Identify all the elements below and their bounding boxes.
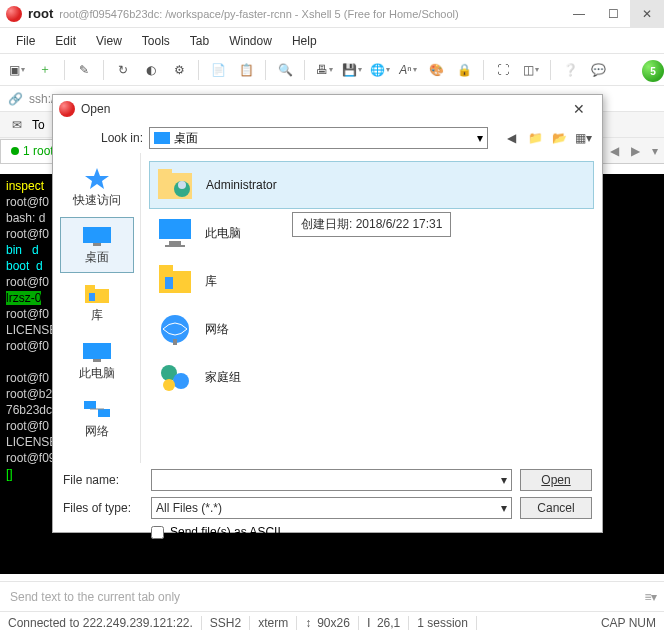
svg-rect-7 <box>93 359 101 362</box>
copy-icon[interactable]: 📄 <box>205 57 231 83</box>
properties-icon[interactable]: ⚙ <box>166 57 192 83</box>
desktop-icon <box>154 132 170 144</box>
place-desktop[interactable]: 桌面 <box>60 217 134 273</box>
lookin-value: 桌面 <box>174 130 198 147</box>
globe-icon[interactable]: 🌐▾ <box>367 57 393 83</box>
color-icon[interactable]: 🎨 <box>423 57 449 83</box>
send-input-placeholder: Send text to the current tab only <box>0 590 638 604</box>
status-term: xterm <box>258 616 288 630</box>
compose-icon[interactable]: ✉ <box>4 112 30 138</box>
place-this-pc[interactable]: 此电脑 <box>60 333 134 389</box>
status-connected: Connected to 222.249.239.121:22. <box>8 616 193 630</box>
app-title: root <box>28 6 53 21</box>
fullscreen-icon[interactable]: ⛶ <box>490 57 516 83</box>
session-orb-icon[interactable]: 5 <box>642 60 664 82</box>
svg-rect-9 <box>98 409 110 417</box>
find-icon[interactable]: 🔍 <box>272 57 298 83</box>
send-ascii-checkbox[interactable]: Send file(s) as ASCII <box>151 525 592 539</box>
place-quick-access[interactable]: 快速访问 <box>60 159 134 215</box>
menu-help[interactable]: Help <box>284 30 325 52</box>
svg-rect-3 <box>85 289 109 303</box>
file-item-homegroup[interactable]: 家庭组 <box>149 353 594 401</box>
chevron-down-icon: ▾ <box>477 131 483 145</box>
svg-rect-4 <box>85 285 95 291</box>
chat-icon[interactable]: 💬 <box>585 57 611 83</box>
menu-view[interactable]: View <box>88 30 130 52</box>
svg-rect-17 <box>165 245 185 247</box>
lookin-label: Look in: <box>63 131 143 145</box>
file-item-label: 此电脑 <box>205 225 241 242</box>
send-input-bar[interactable]: Send text to the current tab only ≡▾ <box>0 581 664 611</box>
status-size-icon: ↕ <box>305 616 311 630</box>
lock-icon[interactable]: 🔒 <box>451 57 477 83</box>
tab-next-button[interactable]: ▶ <box>625 144 646 158</box>
file-item-libraries[interactable]: 库 <box>149 257 594 305</box>
tab-status-icon <box>11 147 19 155</box>
user-folder-icon <box>156 165 196 205</box>
dialog-app-icon <box>59 101 75 117</box>
file-item-network[interactable]: 网络 <box>149 305 594 353</box>
layout-icon[interactable]: ◫▾ <box>518 57 544 83</box>
menu-window[interactable]: Window <box>221 30 280 52</box>
help-icon[interactable]: ❔ <box>557 57 583 83</box>
add-icon[interactable]: ＋ <box>32 57 58 83</box>
font-icon[interactable]: Aⁿ▾ <box>395 57 421 83</box>
new-folder-icon[interactable]: 📂 <box>550 129 568 147</box>
tab-prev-button[interactable]: ◀ <box>604 144 625 158</box>
compose-label: To <box>32 118 45 132</box>
reconnect-icon[interactable]: ↻ <box>110 57 136 83</box>
homegroup-big-icon <box>155 357 195 397</box>
status-pos-icon: Ⅰ <box>367 616 371 630</box>
svg-point-25 <box>163 379 175 391</box>
chevron-down-icon: ▾ <box>501 473 507 487</box>
menu-file[interactable]: File <box>8 30 43 52</box>
dialog-titlebar: Open ✕ <box>53 95 602 123</box>
menu-tab[interactable]: Tab <box>182 30 217 52</box>
open-dialog: Open ✕ Look in: 桌面 ▾ ◀ 📁 📂 ▦▾ 快速访问 桌面 <box>52 94 603 533</box>
status-pos: 26,1 <box>377 616 400 630</box>
tooltip: 创建日期: 2018/6/22 17:31 <box>292 212 451 237</box>
open-button[interactable]: Open <box>520 469 592 491</box>
paste-icon[interactable]: 📋 <box>233 57 259 83</box>
status-caps: CAP NUM <box>601 616 656 630</box>
app-icon <box>6 6 22 22</box>
disconnect-icon[interactable]: ◐ <box>138 57 164 83</box>
cancel-button[interactable]: Cancel <box>520 497 592 519</box>
svg-rect-8 <box>84 401 96 409</box>
svg-point-21 <box>161 315 189 343</box>
file-item-label: 库 <box>205 273 217 290</box>
file-item-administrator[interactable]: Administrator <box>149 161 594 209</box>
svg-rect-18 <box>159 271 191 293</box>
back-icon[interactable]: ◀ <box>502 129 520 147</box>
send-ascii-input[interactable] <box>151 526 164 539</box>
filename-label: File name: <box>63 473 143 487</box>
close-button[interactable]: ✕ <box>630 0 664 28</box>
menu-edit[interactable]: Edit <box>47 30 84 52</box>
maximize-button[interactable]: ☐ <box>596 0 630 28</box>
filename-input[interactable]: ▾ <box>151 469 512 491</box>
new-session-icon[interactable]: ▣▾ <box>4 57 30 83</box>
tab-menu-button[interactable]: ▾ <box>646 144 664 158</box>
filetype-select[interactable]: All Files (*.*)▾ <box>151 497 512 519</box>
toolbar: ▣▾ ＋ ✎ ↻ ◐ ⚙ 📄 📋 🔍 🖶▾ 💾▾ 🌐▾ Aⁿ▾ 🎨 🔒 ⛶ ◫▾… <box>0 54 664 86</box>
pen-icon[interactable]: ✎ <box>71 57 97 83</box>
status-sessions: 1 session <box>417 616 468 630</box>
print-icon[interactable]: 🖶▾ <box>311 57 337 83</box>
lookin-combo[interactable]: 桌面 ▾ <box>149 127 488 149</box>
menu-tools[interactable]: Tools <box>134 30 178 52</box>
svg-rect-1 <box>83 227 111 243</box>
file-list[interactable]: Administrator 此电脑 库 网络 家庭组 <box>141 153 602 463</box>
save-icon[interactable]: 💾▾ <box>339 57 365 83</box>
place-network[interactable]: 网络 <box>60 391 134 447</box>
tab-label: 1 root <box>23 144 54 158</box>
view-icon[interactable]: ▦▾ <box>574 129 592 147</box>
up-icon[interactable]: 📁 <box>526 129 544 147</box>
dialog-close-button[interactable]: ✕ <box>562 101 596 117</box>
place-libraries[interactable]: 库 <box>60 275 134 331</box>
link-icon: 🔗 <box>8 92 23 106</box>
send-menu-button[interactable]: ≡▾ <box>638 584 664 610</box>
file-item-label: Administrator <box>206 178 277 192</box>
monitor-icon <box>81 225 113 247</box>
minimize-button[interactable]: — <box>562 0 596 28</box>
status-proto: SSH2 <box>210 616 241 630</box>
